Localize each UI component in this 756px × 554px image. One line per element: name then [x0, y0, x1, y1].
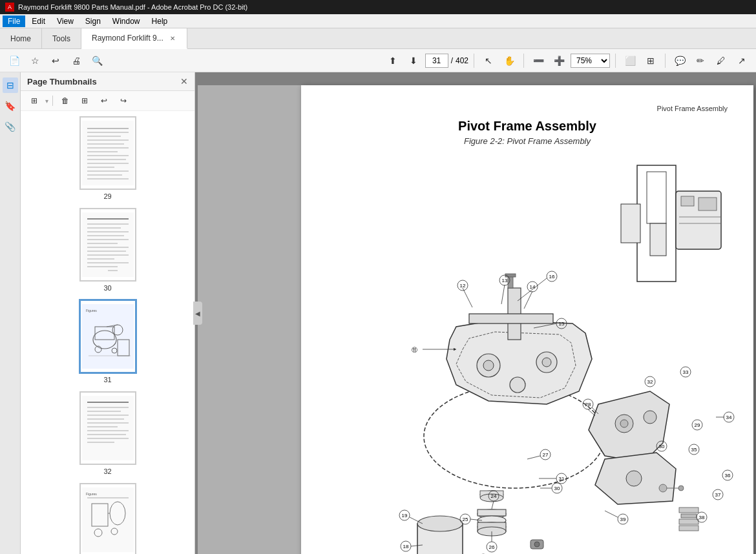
tab-home[interactable]: Home	[0, 28, 42, 48]
history-back-button[interactable]: ↩	[47, 52, 65, 69]
pdf-page: Pivot Frame Assembly Pivot Frame Assembl…	[301, 85, 753, 554]
bookmark-button[interactable]: ☆	[26, 52, 44, 69]
highlight-button[interactable]: ✏	[691, 52, 709, 69]
panel-collapse-button[interactable]: ◀	[193, 302, 202, 325]
svg-text:24: 24	[491, 493, 497, 499]
search-button[interactable]: 🔍	[88, 52, 106, 69]
svg-rect-0	[82, 121, 134, 185]
panel-close-button[interactable]: ✕	[180, 76, 188, 87]
svg-rect-15	[82, 212, 134, 277]
panel-title: Page Thumbnails	[27, 77, 97, 87]
marquee-zoom-button[interactable]: ⊞	[642, 52, 660, 69]
svg-text:30: 30	[554, 486, 560, 491]
menu-sign[interactable]: Sign	[80, 15, 106, 27]
sidebar-attachments-icon[interactable]: 📎	[3, 119, 18, 134]
panel-extract-button[interactable]: ⊞	[76, 94, 93, 108]
panel-delete-button[interactable]: 🗑	[57, 94, 74, 108]
app-icon: A	[5, 3, 14, 12]
thumb-img-32	[79, 391, 136, 465]
share-button[interactable]: ↗	[733, 52, 751, 69]
main-layout: ⊟ 🔖 📎 Page Thumbnails ✕ ⊞ ▾ 🗑 ⊞ ↩ ↪	[0, 72, 756, 554]
panel-layout-button[interactable]: ⊞	[26, 94, 43, 108]
thumbnail-30[interactable]: 30	[23, 208, 192, 292]
svg-text:29: 29	[695, 422, 700, 428]
svg-rect-67	[698, 198, 717, 210]
svg-text:Figures: Figures	[86, 309, 97, 313]
tab-document-label: Raymond Forklift 9...	[92, 34, 163, 43]
svg-point-75	[510, 377, 525, 393]
svg-text:33: 33	[683, 369, 689, 375]
svg-point-74	[542, 358, 551, 367]
pdf-area[interactable]: Pivot Frame Assembly Pivot Frame Assembl…	[195, 72, 756, 554]
svg-rect-102	[679, 508, 698, 513]
thumbnails-panel: Page Thumbnails ✕ ⊞ ▾ 🗑 ⊞ ↩ ↪	[21, 72, 195, 554]
svg-rect-89	[478, 509, 506, 516]
thumbnail-29[interactable]: 29	[23, 116, 192, 200]
svg-text:15: 15	[559, 321, 565, 327]
thumbnails-list[interactable]: 29	[21, 111, 194, 554]
tab-document[interactable]: Raymond Forklift 9... ✕	[81, 28, 187, 49]
svg-point-99	[659, 484, 667, 492]
page-header-label: Pivot Frame Assembly	[327, 105, 728, 112]
svg-text:36: 36	[725, 473, 731, 478]
menu-file[interactable]: File	[3, 15, 25, 27]
svg-text:38: 38	[699, 515, 705, 520]
menu-help[interactable]: Help	[147, 15, 173, 27]
svg-text:13: 13	[502, 278, 508, 283]
select-tool-button[interactable]: ↖	[479, 52, 498, 69]
svg-rect-66	[681, 196, 694, 206]
menu-edit[interactable]: Edit	[26, 15, 50, 27]
page-total: 402	[456, 56, 468, 65]
svg-rect-64	[621, 204, 640, 243]
prev-page-button[interactable]: ⬆	[384, 52, 402, 69]
svg-point-84	[417, 516, 463, 531]
svg-text:26: 26	[489, 544, 495, 550]
page-subtitle: Figure 2-2: Pivot Frame Assembly	[327, 136, 728, 146]
svg-point-72	[483, 360, 494, 371]
zoom-out-button[interactable]: ➖	[529, 52, 547, 69]
thumb-label-30: 30	[103, 284, 111, 292]
panel-undo-button[interactable]: ↩	[96, 94, 112, 108]
svg-point-79	[620, 420, 628, 427]
svg-text:27: 27	[543, 452, 549, 458]
next-page-button[interactable]: ⬇	[404, 52, 423, 69]
zoom-select[interactable]: 50% 75% 100% 125% 150% 200%	[571, 54, 610, 68]
sidebar-bookmarks-icon[interactable]: 🔖	[3, 98, 18, 114]
menu-window[interactable]: Window	[107, 15, 145, 27]
svg-text:28: 28	[585, 402, 591, 407]
fit-page-button[interactable]: ⬜	[621, 52, 639, 69]
tab-tools[interactable]: Tools	[42, 28, 81, 48]
page-title: Pivot Frame Assembly	[327, 119, 728, 134]
sidebar-pages-icon[interactable]: ⊟	[3, 77, 18, 93]
thumbnail-32[interactable]: 32	[23, 391, 192, 475]
tab-bar: Home Tools Raymond Forklift 9... ✕	[0, 28, 756, 49]
draw-button[interactable]: 🖊	[712, 52, 730, 69]
svg-point-107	[534, 542, 540, 547]
svg-rect-30	[82, 304, 134, 369]
thumbnail-31[interactable]: Figures 31	[23, 300, 192, 384]
panel-redo-button[interactable]: ↪	[115, 94, 132, 108]
menu-view[interactable]: View	[52, 15, 79, 27]
new-file-button[interactable]: 📄	[5, 52, 23, 69]
thumb-img-29	[79, 116, 136, 190]
svg-text:30: 30	[659, 444, 665, 449]
svg-text:25: 25	[463, 517, 468, 522]
sidebar-icons: ⊟ 🔖 📎	[0, 72, 21, 554]
title-bar: A Raymond Forklift 9800 Parts Manual.pdf…	[0, 0, 756, 14]
diagram-area: ⑪ 12 13 14 15	[327, 159, 728, 554]
svg-rect-63	[650, 223, 666, 256]
thumb-label-32: 32	[103, 467, 111, 475]
print-button[interactable]: 🖨	[67, 52, 85, 69]
zoom-in-button[interactable]: ➕	[550, 52, 568, 69]
comment-button[interactable]: 💬	[671, 52, 689, 69]
svg-text:34: 34	[726, 415, 732, 420]
svg-point-80	[644, 411, 656, 424]
page-number-input[interactable]: 31	[425, 54, 448, 68]
assembly-diagram: ⑪ 12 13 14 15	[327, 159, 753, 554]
svg-rect-103	[681, 514, 697, 518]
thumb-label-29: 29	[103, 192, 111, 200]
hand-tool-button[interactable]: ✋	[500, 52, 518, 69]
svg-point-101	[678, 486, 684, 491]
tab-close-button[interactable]: ✕	[169, 34, 176, 43]
thumbnail-33[interactable]: Figures 33	[23, 483, 192, 554]
